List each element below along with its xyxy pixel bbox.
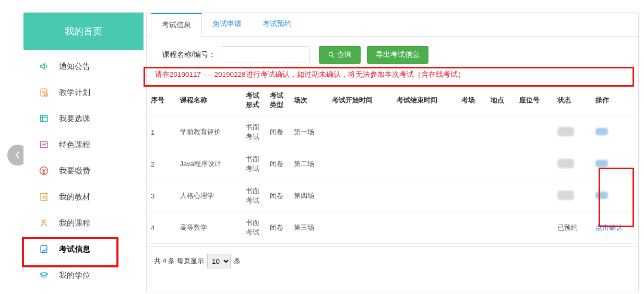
col-header-10: 状态 (553, 85, 591, 116)
page-size-select[interactable]: 10 (207, 254, 231, 268)
svg-line-14 (332, 56, 335, 58)
filter-row: 课程名称/编号： 查询 导出考试信息 (147, 37, 638, 70)
tab-2[interactable]: 考试预约 (252, 13, 302, 36)
sidebar-item-label: 教学计划 (59, 88, 90, 98)
select-course-icon (38, 113, 50, 124)
sidebar-item-5[interactable]: 教我的教材 (23, 184, 144, 210)
export-button[interactable]: 导出考试信息 (367, 46, 428, 64)
search-button[interactable]: 查询 (319, 46, 361, 64)
svg-rect-4 (40, 115, 47, 122)
svg-rect-0 (41, 89, 47, 96)
chevron-left-icon (14, 151, 22, 159)
sidebar-item-label: 通知公告 (59, 62, 90, 72)
col-header-7: 考场 (457, 85, 486, 116)
confirm-action-link[interactable]: 点击确认 (595, 224, 623, 231)
svg-point-13 (329, 52, 332, 56)
course-filter-input[interactable] (221, 46, 309, 63)
status-blur (557, 191, 574, 200)
table-row: 3人格心理学书面考试闭卷第四场 (147, 180, 638, 212)
table-row: 2Java程序设计书面考试闭卷第二场 (147, 148, 638, 180)
col-header-1: 课程名称 (176, 85, 242, 116)
pay-icon (38, 165, 50, 177)
col-header-6: 考试结束时间 (392, 85, 457, 116)
col-header-3: 考试类型 (266, 85, 290, 116)
sidebar-item-label: 我的学位 (59, 271, 90, 280)
action-blur (595, 160, 608, 167)
degree-icon (38, 269, 50, 281)
sidebar-item-2[interactable]: 我要选课 (23, 105, 144, 132)
sidebar-item-8[interactable]: 我的学位 (23, 262, 144, 288)
tab-bar: 考试信息免试申请考试预约 (147, 13, 638, 37)
sidebar-item-4[interactable]: 我要缴费 (23, 158, 144, 184)
sidebar-home-header[interactable]: 我的首页 (23, 13, 144, 50)
featured-course-icon (38, 139, 50, 150)
sidebar-item-label: 考试信息 (59, 244, 90, 254)
main-panel: 考试信息免试申请考试预约 课程名称/编号： 查询 导出考试信息 请在201901… (146, 13, 639, 291)
col-header-2: 考试形式 (242, 85, 266, 116)
sidebar-item-1[interactable]: 教学计划 (23, 79, 144, 105)
tab-0[interactable]: 考试信息 (151, 13, 202, 37)
col-header-11: 操作 (591, 85, 638, 116)
sidebar-item-label: 我的教材 (59, 192, 90, 202)
col-header-4: 场次 (290, 85, 328, 116)
sidebar-item-label: 我要选课 (59, 114, 90, 124)
exam-info-icon (38, 243, 50, 255)
pagination: 共 4 条 每页显示 10 条 (147, 246, 638, 276)
sidebar: 我的首页 通知公告教学计划我要选课特色课程我要缴费教我的教材我的课程考试信息我的… (23, 0, 144, 291)
plan-icon (38, 87, 50, 98)
pager-suffix: 条 (234, 256, 241, 266)
search-icon (328, 51, 335, 58)
sidebar-home-title: 我的首页 (65, 25, 102, 38)
sidebar-nav-list: 通知公告教学计划我要选课特色课程我要缴费教我的教材我的课程考试信息我的学位 (23, 50, 144, 291)
sidebar-item-label: 特色课程 (59, 140, 90, 150)
col-header-8: 地点 (486, 85, 516, 116)
sidebar-item-6[interactable]: 我的课程 (23, 210, 144, 236)
action-blur (595, 128, 608, 135)
filter-label: 课程名称/编号： (162, 50, 216, 60)
warning-message: 请在20190117 ---- 20190228进行考试确认，如过期未确认，将无… (147, 70, 638, 85)
status-blur (557, 159, 574, 168)
search-button-label: 查询 (337, 50, 352, 60)
col-header-9: 座位号 (515, 85, 553, 116)
sidebar-item-7[interactable]: 考试信息 (23, 236, 144, 262)
table-row: 1学前教育评价书面考试闭卷第一场 (147, 116, 638, 148)
col-header-0: 序号 (147, 85, 176, 116)
sidebar-item-label: 我要缴费 (59, 166, 90, 176)
export-button-label: 导出考试信息 (376, 50, 420, 60)
sidebar-item-label: 我的课程 (59, 218, 90, 228)
textbook-icon: 教 (38, 191, 50, 203)
sidebar-item-0[interactable]: 通知公告 (23, 53, 144, 79)
table-row: 4高等数学书面考试闭卷第三场已预约点击确认 (147, 212, 638, 244)
my-course-icon (38, 217, 50, 229)
tab-1[interactable]: 免试申请 (202, 13, 252, 36)
sidebar-item-3[interactable]: 特色课程 (23, 132, 144, 158)
announce-icon (38, 61, 50, 72)
status-blur (557, 127, 574, 136)
exam-table: 序号课程名称考试形式考试类型场次考试开始时间考试结束时间考场地点座位号状态操作 … (147, 85, 638, 244)
action-blur (595, 192, 608, 199)
pager-prefix: 共 4 条 每页显示 (154, 256, 204, 266)
svg-text:教: 教 (42, 195, 46, 199)
col-header-5: 考试开始时间 (328, 85, 392, 116)
svg-point-11 (43, 220, 45, 222)
